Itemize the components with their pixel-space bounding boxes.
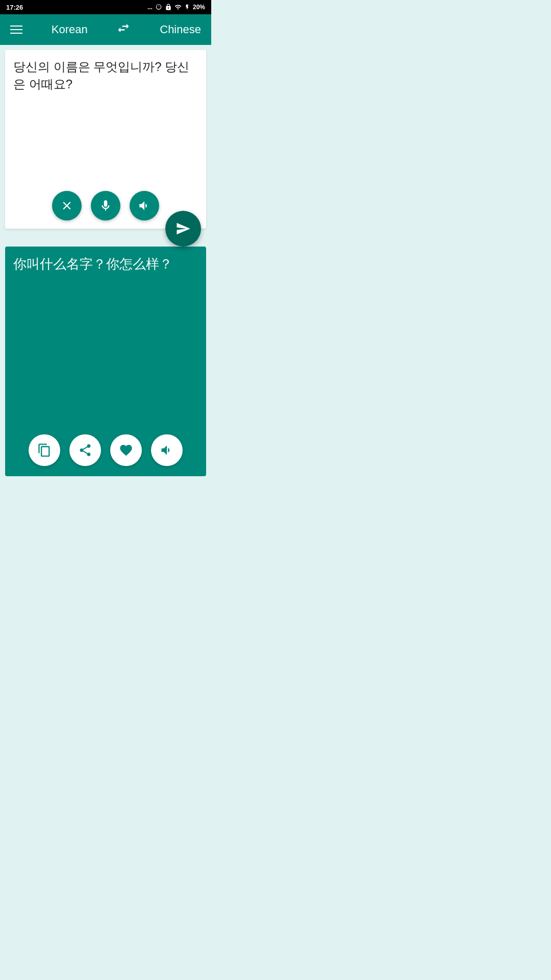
output-speaker-icon — [160, 443, 174, 457]
favorite-button[interactable] — [110, 434, 142, 466]
target-language-label[interactable]: Chinese — [160, 23, 201, 36]
output-panel: 你叫什么名字？你怎么样？ — [5, 247, 206, 476]
lock-icon — [165, 4, 172, 11]
source-panel: 당신의 이름은 무엇입니까? 당신은 어때요? — [5, 50, 206, 229]
alarm-icon — [155, 4, 162, 11]
source-language-label[interactable]: Korean — [52, 23, 88, 36]
swap-icon — [116, 21, 131, 35]
status-dots: ... — [147, 4, 153, 11]
toolbar: Korean Chinese — [0, 14, 211, 45]
share-button[interactable] — [69, 434, 101, 466]
copy-icon — [37, 443, 52, 457]
translate-button[interactable] — [165, 211, 201, 247]
status-time: 17:26 — [6, 4, 23, 11]
send-icon — [176, 221, 191, 236]
output-actions — [5, 434, 206, 466]
output-speaker-button[interactable] — [151, 434, 183, 466]
status-bar: 17:26 ... 20% — [0, 0, 211, 14]
output-text: 你叫什么名字？你怎么样？ — [13, 255, 198, 273]
swap-language-button[interactable] — [116, 21, 131, 38]
share-icon — [78, 443, 92, 457]
source-text[interactable]: 당신의 이름은 무엇입니까? 당신은 어때요? — [13, 58, 198, 92]
battery-pct: 20% — [193, 4, 205, 11]
translate-fab-container — [0, 211, 211, 247]
status-icons: ... 20% — [147, 4, 205, 11]
charging-icon — [184, 4, 190, 10]
heart-icon — [119, 443, 133, 457]
signal-icon — [174, 4, 182, 11]
copy-button[interactable] — [29, 434, 60, 466]
menu-button[interactable] — [10, 26, 22, 34]
